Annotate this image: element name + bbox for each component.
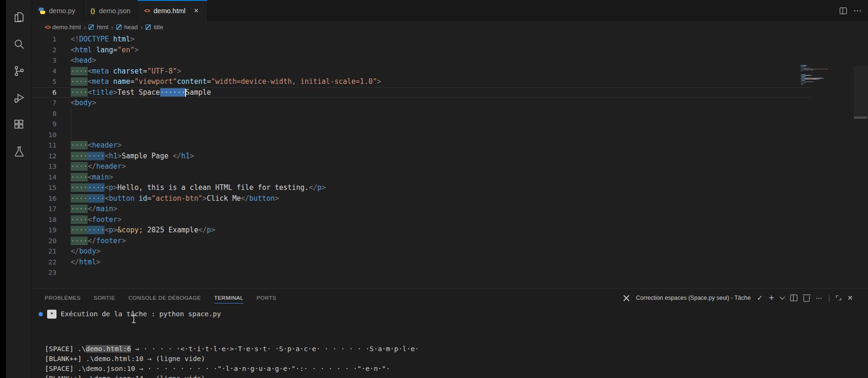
panel-tab-console-de-débogage[interactable]: CONSOLE DE DÉBOGAGE	[129, 293, 201, 303]
line-number: 13	[32, 161, 57, 172]
vscode-window: { "colors":{"accent":"#0078d4","selectio…	[0, 0, 868, 378]
breadcrumb-separator: ›	[111, 24, 114, 31]
terminal-line: [BLANK++] .\demo.html:10 → (ligne vide)	[45, 354, 419, 364]
code-line-3: <head>	[71, 55, 96, 66]
line-number: 4	[32, 66, 57, 77]
testing-icon[interactable]	[6, 138, 32, 165]
breadcrumb-item-head[interactable]: head	[116, 24, 138, 31]
more-actions-icon[interactable]: ⋯	[816, 294, 822, 302]
code-line-1: <!DOCTYPE html>	[71, 34, 134, 45]
line-number: 9	[32, 119, 57, 130]
code-line-12: ········<h1>Sample Page </h1>	[71, 151, 194, 162]
line-number: 5	[32, 76, 57, 87]
split-terminal-icon[interactable]	[790, 295, 797, 301]
tab-demo.html[interactable]: <>demo.html✕	[138, 0, 208, 21]
code-line-11: ····<header>	[71, 140, 122, 151]
python-icon	[39, 8, 45, 14]
mouse-ibeam-cursor	[131, 315, 137, 325]
task-badge: *	[47, 310, 57, 319]
line-number: 10	[32, 130, 57, 140]
html-icon: <>	[45, 24, 50, 31]
line-number: 22	[32, 257, 57, 268]
tab-label: demo.json	[99, 7, 130, 15]
panel-actions: Correction espaces (Space.py seul) - Tâc…	[623, 289, 853, 307]
code-line-6: ····<title>Test Space······Sample	[71, 87, 211, 98]
vertical-scrollbar[interactable]	[854, 66, 868, 119]
code-line-15: ········<p>Hello, this is a clean HTML f…	[71, 182, 326, 193]
task-check-icon[interactable]: ✓	[757, 294, 763, 302]
code-line-2: <html lang="en">	[71, 45, 139, 56]
code-editor[interactable]: 1234567891011121314151617181920212223 <!…	[32, 33, 868, 288]
tab-label: demo.html	[154, 7, 186, 15]
minimap[interactable]	[801, 65, 843, 86]
terminal-task-line: * Exécution de la tâche : python space.p…	[39, 309, 221, 319]
split-editor-icon[interactable]	[840, 8, 847, 14]
line-number: 23	[32, 267, 57, 278]
bottom-panel: PROBLÈMESSORTIECONSOLE DE DÉBOGAGETERMIN…	[32, 288, 868, 378]
panel-tab-ports[interactable]: PORTS	[257, 293, 276, 303]
panel-tab-problèmes[interactable]: PROBLÈMES	[45, 293, 81, 303]
breadcrumb-label: html	[97, 24, 108, 31]
line-number: 19	[32, 225, 57, 236]
breadcrumb-item-title[interactable]: title	[146, 24, 163, 31]
launch-profile-chevron-icon[interactable]	[780, 297, 784, 299]
extensions-icon[interactable]	[6, 111, 32, 138]
line-number: 1	[32, 34, 57, 45]
tab-bar: demo.py{}demo.json<>demo.html✕	[32, 0, 868, 21]
code-line-14: ····<main>	[71, 172, 113, 183]
scrollbar-handle[interactable]	[854, 116, 867, 119]
close-panel-icon[interactable]: ✕	[847, 294, 853, 302]
indent-guide	[71, 119, 71, 130]
breadcrumb-separator: ›	[141, 24, 143, 31]
line-number: 8	[32, 108, 57, 119]
panel-tab-terminal[interactable]: TERMINAL	[214, 293, 243, 303]
code-line-22: </html>	[71, 257, 100, 268]
tab-demo.json[interactable]: {}demo.json	[84, 0, 138, 21]
panel-action-icons: ✓+⋯|✕	[757, 293, 853, 303]
line-number: 14	[32, 172, 57, 183]
tab-demo.py[interactable]: demo.py	[32, 0, 84, 21]
editor-group: demo.py{}demo.json<>demo.html✕ ⋯ <>demo.…	[32, 0, 868, 378]
code-line-19: ········<p>&copy; 2025 Example</p>	[71, 225, 215, 236]
source-control-icon[interactable]	[6, 58, 32, 84]
breadcrumb-item-demo.html[interactable]: <>demo.html	[45, 24, 81, 31]
new-terminal-icon[interactable]: +	[769, 293, 774, 303]
json-icon: {}	[90, 7, 95, 14]
task-exec-text: Exécution de la tâche : python space.py	[61, 309, 221, 319]
maximize-panel-icon[interactable]	[836, 296, 841, 300]
line-number: 3	[32, 55, 57, 66]
tab-label: demo.py	[49, 7, 75, 15]
window-edge	[0, 0, 6, 378]
code-line-16: ········<button id="action-btn">Click Me…	[71, 193, 279, 204]
search-icon[interactable]	[6, 31, 32, 58]
breadcrumb-item-html[interactable]: html	[89, 24, 108, 31]
line-number: 12	[32, 151, 57, 162]
close-tab-icon[interactable]: ✕	[192, 7, 201, 15]
activity-bar	[6, 0, 32, 378]
line-number: 21	[32, 246, 57, 257]
line-number: 11	[32, 140, 57, 151]
code-line-20: ····</footer>	[71, 236, 126, 247]
kill-terminal-icon[interactable]	[803, 295, 810, 302]
indent-guide	[71, 130, 71, 140]
more-actions-icon[interactable]: ⋯	[853, 6, 861, 16]
symbol-cube-icon	[116, 25, 122, 30]
code-line-17: ····</main>	[71, 204, 117, 214]
breadcrumb-separator: ›	[84, 24, 86, 31]
code-line-13: ····</header>	[71, 161, 126, 172]
breadcrumb-label: head	[124, 24, 138, 31]
code-line-9	[71, 119, 71, 130]
task-label[interactable]: Correction espaces (Space.py seul) - Tâc…	[636, 295, 751, 301]
code-line-10	[71, 130, 71, 140]
panel-tab-sortie[interactable]: SORTIE	[94, 293, 115, 303]
breadcrumb[interactable]: <>demo.html›html›head›title	[32, 21, 868, 33]
terminal-view[interactable]: * Exécution de la tâche : python space.p…	[32, 307, 868, 378]
terminal-line: [SPACE] .\demo.json:10 → · · · · · · · ·…	[45, 364, 419, 374]
explorer-icon[interactable]	[6, 4, 32, 31]
breadcrumb-label: demo.html	[52, 24, 81, 31]
symbol-cube-icon	[146, 25, 151, 30]
terminal-output[interactable]: [SPACE] .\demo.html:6 → · · · · ·<·t·i·t…	[45, 344, 419, 378]
run-debug-icon[interactable]	[6, 84, 32, 111]
code-line-21: </body>	[71, 246, 100, 257]
line-number: 15	[32, 182, 57, 193]
